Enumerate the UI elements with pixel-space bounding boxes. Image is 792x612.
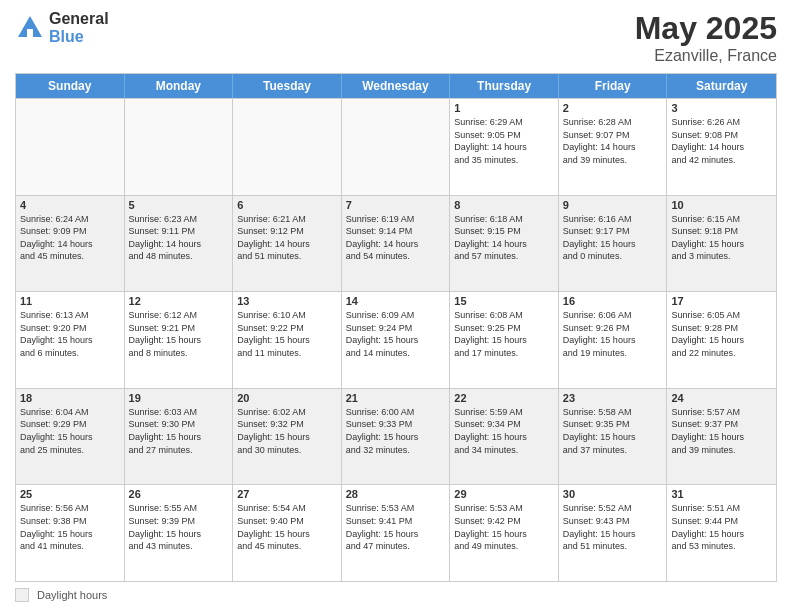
cal-week-1: 1Sunrise: 6:29 AM Sunset: 9:05 PM Daylig… <box>16 98 776 195</box>
header-day-wednesday: Wednesday <box>342 74 451 98</box>
cal-cell: 25Sunrise: 5:56 AM Sunset: 9:38 PM Dayli… <box>16 485 125 581</box>
day-number: 7 <box>346 199 446 211</box>
cal-cell: 10Sunrise: 6:15 AM Sunset: 9:18 PM Dayli… <box>667 196 776 292</box>
calendar-body: 1Sunrise: 6:29 AM Sunset: 9:05 PM Daylig… <box>16 98 776 581</box>
cal-week-5: 25Sunrise: 5:56 AM Sunset: 9:38 PM Dayli… <box>16 484 776 581</box>
cal-cell: 7Sunrise: 6:19 AM Sunset: 9:14 PM Daylig… <box>342 196 451 292</box>
logo-icon <box>15 13 45 43</box>
day-info: Sunrise: 6:12 AM Sunset: 9:21 PM Dayligh… <box>129 309 229 359</box>
day-number: 29 <box>454 488 554 500</box>
day-number: 15 <box>454 295 554 307</box>
day-number: 22 <box>454 392 554 404</box>
title-month: May 2025 <box>635 10 777 47</box>
cal-cell: 29Sunrise: 5:53 AM Sunset: 9:42 PM Dayli… <box>450 485 559 581</box>
day-info: Sunrise: 5:57 AM Sunset: 9:37 PM Dayligh… <box>671 406 772 456</box>
daylight-box <box>15 588 29 602</box>
cal-cell: 12Sunrise: 6:12 AM Sunset: 9:21 PM Dayli… <box>125 292 234 388</box>
day-info: Sunrise: 6:06 AM Sunset: 9:26 PM Dayligh… <box>563 309 663 359</box>
page: General Blue May 2025 Ezanville, France … <box>0 0 792 612</box>
day-number: 20 <box>237 392 337 404</box>
day-number: 31 <box>671 488 772 500</box>
day-info: Sunrise: 6:13 AM Sunset: 9:20 PM Dayligh… <box>20 309 120 359</box>
day-number: 6 <box>237 199 337 211</box>
cal-cell: 11Sunrise: 6:13 AM Sunset: 9:20 PM Dayli… <box>16 292 125 388</box>
cal-cell: 28Sunrise: 5:53 AM Sunset: 9:41 PM Dayli… <box>342 485 451 581</box>
day-number: 17 <box>671 295 772 307</box>
cal-cell: 24Sunrise: 5:57 AM Sunset: 9:37 PM Dayli… <box>667 389 776 485</box>
day-info: Sunrise: 6:00 AM Sunset: 9:33 PM Dayligh… <box>346 406 446 456</box>
cal-cell <box>233 99 342 195</box>
title-location: Ezanville, France <box>635 47 777 65</box>
day-number: 8 <box>454 199 554 211</box>
cal-week-2: 4Sunrise: 6:24 AM Sunset: 9:09 PM Daylig… <box>16 195 776 292</box>
day-number: 28 <box>346 488 446 500</box>
day-info: Sunrise: 5:54 AM Sunset: 9:40 PM Dayligh… <box>237 502 337 552</box>
day-number: 16 <box>563 295 663 307</box>
day-info: Sunrise: 6:23 AM Sunset: 9:11 PM Dayligh… <box>129 213 229 263</box>
day-number: 25 <box>20 488 120 500</box>
cal-cell: 13Sunrise: 6:10 AM Sunset: 9:22 PM Dayli… <box>233 292 342 388</box>
day-number: 18 <box>20 392 120 404</box>
cal-week-3: 11Sunrise: 6:13 AM Sunset: 9:20 PM Dayli… <box>16 291 776 388</box>
day-info: Sunrise: 6:05 AM Sunset: 9:28 PM Dayligh… <box>671 309 772 359</box>
header-day-sunday: Sunday <box>16 74 125 98</box>
cal-cell: 30Sunrise: 5:52 AM Sunset: 9:43 PM Dayli… <box>559 485 668 581</box>
day-info: Sunrise: 6:03 AM Sunset: 9:30 PM Dayligh… <box>129 406 229 456</box>
daylight-label: Daylight hours <box>37 589 107 601</box>
day-info: Sunrise: 5:58 AM Sunset: 9:35 PM Dayligh… <box>563 406 663 456</box>
day-info: Sunrise: 5:53 AM Sunset: 9:42 PM Dayligh… <box>454 502 554 552</box>
header-day-tuesday: Tuesday <box>233 74 342 98</box>
cal-cell: 9Sunrise: 6:16 AM Sunset: 9:17 PM Daylig… <box>559 196 668 292</box>
day-number: 12 <box>129 295 229 307</box>
footer: Daylight hours <box>15 588 777 602</box>
day-info: Sunrise: 6:04 AM Sunset: 9:29 PM Dayligh… <box>20 406 120 456</box>
cal-cell: 20Sunrise: 6:02 AM Sunset: 9:32 PM Dayli… <box>233 389 342 485</box>
day-number: 1 <box>454 102 554 114</box>
header-day-thursday: Thursday <box>450 74 559 98</box>
day-info: Sunrise: 6:15 AM Sunset: 9:18 PM Dayligh… <box>671 213 772 263</box>
day-info: Sunrise: 6:21 AM Sunset: 9:12 PM Dayligh… <box>237 213 337 263</box>
header-day-saturday: Saturday <box>667 74 776 98</box>
day-info: Sunrise: 6:19 AM Sunset: 9:14 PM Dayligh… <box>346 213 446 263</box>
day-number: 27 <box>237 488 337 500</box>
cal-cell: 16Sunrise: 6:06 AM Sunset: 9:26 PM Dayli… <box>559 292 668 388</box>
day-info: Sunrise: 5:52 AM Sunset: 9:43 PM Dayligh… <box>563 502 663 552</box>
cal-cell: 5Sunrise: 6:23 AM Sunset: 9:11 PM Daylig… <box>125 196 234 292</box>
day-number: 5 <box>129 199 229 211</box>
logo-general: General <box>49 10 109 28</box>
day-info: Sunrise: 6:10 AM Sunset: 9:22 PM Dayligh… <box>237 309 337 359</box>
day-number: 10 <box>671 199 772 211</box>
day-number: 26 <box>129 488 229 500</box>
cal-cell: 1Sunrise: 6:29 AM Sunset: 9:05 PM Daylig… <box>450 99 559 195</box>
svg-rect-1 <box>27 29 33 37</box>
day-info: Sunrise: 6:18 AM Sunset: 9:15 PM Dayligh… <box>454 213 554 263</box>
cal-week-4: 18Sunrise: 6:04 AM Sunset: 9:29 PM Dayli… <box>16 388 776 485</box>
header-day-monday: Monday <box>125 74 234 98</box>
day-number: 30 <box>563 488 663 500</box>
title-block: May 2025 Ezanville, France <box>635 10 777 65</box>
day-info: Sunrise: 6:08 AM Sunset: 9:25 PM Dayligh… <box>454 309 554 359</box>
day-info: Sunrise: 6:24 AM Sunset: 9:09 PM Dayligh… <box>20 213 120 263</box>
day-number: 13 <box>237 295 337 307</box>
cal-cell: 27Sunrise: 5:54 AM Sunset: 9:40 PM Dayli… <box>233 485 342 581</box>
cal-cell: 2Sunrise: 6:28 AM Sunset: 9:07 PM Daylig… <box>559 99 668 195</box>
day-number: 11 <box>20 295 120 307</box>
day-info: Sunrise: 5:51 AM Sunset: 9:44 PM Dayligh… <box>671 502 772 552</box>
calendar-header-row: SundayMondayTuesdayWednesdayThursdayFrid… <box>16 74 776 98</box>
cal-cell: 26Sunrise: 5:55 AM Sunset: 9:39 PM Dayli… <box>125 485 234 581</box>
day-number: 14 <box>346 295 446 307</box>
day-info: Sunrise: 6:26 AM Sunset: 9:08 PM Dayligh… <box>671 116 772 166</box>
calendar: SundayMondayTuesdayWednesdayThursdayFrid… <box>15 73 777 582</box>
day-info: Sunrise: 6:02 AM Sunset: 9:32 PM Dayligh… <box>237 406 337 456</box>
cal-cell: 18Sunrise: 6:04 AM Sunset: 9:29 PM Dayli… <box>16 389 125 485</box>
day-info: Sunrise: 5:56 AM Sunset: 9:38 PM Dayligh… <box>20 502 120 552</box>
logo-blue: Blue <box>49 28 109 46</box>
day-info: Sunrise: 6:09 AM Sunset: 9:24 PM Dayligh… <box>346 309 446 359</box>
day-info: Sunrise: 5:55 AM Sunset: 9:39 PM Dayligh… <box>129 502 229 552</box>
day-number: 23 <box>563 392 663 404</box>
day-number: 9 <box>563 199 663 211</box>
day-info: Sunrise: 5:59 AM Sunset: 9:34 PM Dayligh… <box>454 406 554 456</box>
cal-cell: 8Sunrise: 6:18 AM Sunset: 9:15 PM Daylig… <box>450 196 559 292</box>
cal-cell: 23Sunrise: 5:58 AM Sunset: 9:35 PM Dayli… <box>559 389 668 485</box>
day-number: 4 <box>20 199 120 211</box>
